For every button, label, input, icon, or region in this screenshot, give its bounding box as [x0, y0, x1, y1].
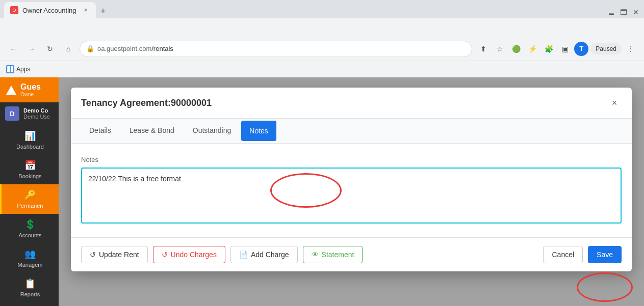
star-button[interactable]: ☆ [493, 42, 507, 56]
save-label: Save [597, 251, 613, 259]
sidebar-item-accounts[interactable]: 💲 Accounts [0, 214, 59, 243]
nav-bar: ← → ↻ ⌂ 🔒 oa.guestpoint.com/rentals ⬆ ☆ … [0, 37, 644, 61]
nav-extras: ⬆ ☆ 🟢 ⚡ 🧩 ▣ T Paused ⋮ [476, 42, 638, 56]
add-charge-label: Add Charge [251, 251, 289, 259]
dialog-body: Notes 22/10/22 This is a free format [71, 144, 632, 237]
extension-1-button[interactable]: 🟢 [509, 42, 523, 56]
sidebar-item-label: Managem [18, 262, 43, 268]
sidebar-item-label: Bookings [18, 173, 41, 179]
bookmarks-bar: Apps [0, 61, 644, 77]
address-bar[interactable]: 🔒 oa.guestpoint.com/rentals [80, 41, 472, 57]
logo-sub: Owne [20, 92, 41, 97]
add-charge-button[interactable]: 📄 Add Charge [230, 246, 298, 263]
refresh-button[interactable]: ↻ [43, 42, 57, 56]
apps-label: Apps [16, 66, 30, 73]
tab-favicon: O [10, 6, 18, 14]
notes-textarea[interactable]: 22/10/22 This is a free format [81, 168, 622, 224]
logo-triangle-icon [6, 86, 16, 95]
dialog-header: Tenancy Agreement:90000001 × [71, 88, 632, 119]
tab-notes[interactable]: Notes [241, 121, 276, 141]
close-window-button[interactable]: ✕ [632, 8, 640, 16]
reports-icon: 📋 [24, 278, 36, 289]
menu-button[interactable]: ⋮ [624, 42, 638, 56]
user-section: D Demo Co Demo Use [0, 102, 59, 125]
add-charge-icon: 📄 [239, 251, 248, 259]
undo-charges-icon: ↺ [162, 251, 168, 259]
browser-window: O Owner Accounting × + 🗕 🗖 ✕ ← → ↻ ⌂ 🔒 o… [0, 0, 644, 306]
minimize-button[interactable]: 🗕 [607, 8, 615, 16]
back-button[interactable]: ← [6, 42, 20, 56]
address-url: oa.guestpoint.com/rentals [97, 45, 173, 52]
logo-text: Gues [20, 82, 41, 92]
sidebar-item-reports[interactable]: 📋 Reports [0, 273, 59, 302]
cancel-button[interactable]: Cancel [543, 246, 583, 263]
extensions-button[interactable]: 🧩 [542, 42, 556, 56]
dashboard-icon: 📊 [24, 130, 36, 142]
permanent-icon: 🔑 [24, 189, 36, 201]
tab-title: Owner Accounting [22, 7, 76, 14]
statement-label: Statement [322, 251, 354, 259]
sidebar-item-label: Dashboard [16, 144, 44, 150]
sidebar-item-permanent[interactable]: 🔑 Permanen [0, 184, 59, 214]
new-tab-button[interactable]: + [96, 4, 110, 18]
reader-mode-button[interactable]: ▣ [558, 42, 572, 56]
profile-button[interactable]: T [574, 42, 588, 56]
dialog-close-button[interactable]: × [607, 96, 622, 110]
tab-close-button[interactable]: × [82, 6, 90, 14]
main-area: Gues Owne D Demo Co Demo Use 📊 Dashboard… [0, 77, 644, 306]
sidebar-item-label: Reports [20, 291, 40, 297]
tab-details[interactable]: Details [81, 120, 119, 142]
share-button[interactable]: ⬆ [476, 42, 491, 56]
save-button[interactable]: Save [588, 246, 622, 263]
sidebar-item-label: Accounts [18, 232, 41, 238]
tab-outstanding[interactable]: Outstanding [185, 120, 240, 142]
apps-icon [6, 65, 14, 73]
paused-label: Paused [596, 45, 616, 52]
accounts-icon: 💲 [24, 219, 36, 230]
forward-button[interactable]: → [24, 42, 39, 56]
sidebar-item-label: Permanen [17, 203, 43, 209]
dialog-tabs: Details Lease & Bond Outstanding Notes [71, 119, 632, 144]
dialog-title: Tenancy Agreement:90000001 [81, 98, 212, 108]
update-rent-label: Update Rent [99, 251, 139, 259]
paused-button[interactable]: Paused [590, 43, 622, 54]
home-button[interactable]: ⌂ [61, 42, 75, 56]
user-role: Demo Use [23, 114, 50, 120]
apps-bookmark[interactable]: Apps [6, 65, 30, 73]
undo-charges-label: Undo Charges [171, 251, 217, 259]
dialog-overlay: Tenancy Agreement:90000001 × Details Lea… [59, 77, 644, 306]
sidebar-item-bookings[interactable]: 📅 Bookings [0, 155, 59, 184]
notes-label: Notes [81, 156, 622, 163]
statement-button[interactable]: 👁 Statement [303, 246, 363, 263]
extension-2-button[interactable]: ⚡ [525, 42, 539, 56]
browser-tab[interactable]: O Owner Accounting × [4, 2, 96, 18]
sidebar-logo: Gues Owne [0, 77, 59, 102]
management-icon: 👥 [24, 248, 36, 260]
bookings-icon: 📅 [24, 160, 36, 171]
avatar: D [5, 106, 19, 121]
update-rent-button[interactable]: ↺ Update Rent [81, 246, 148, 263]
sidebar-item-management[interactable]: 👥 Managem [0, 243, 59, 273]
tab-lease-bond[interactable]: Lease & Bond [121, 120, 183, 142]
sidebar-item-help[interactable]: ❓ Help Cen [0, 302, 59, 306]
content-area: Tenancy Agreement:90000001 × Details Lea… [59, 77, 644, 306]
sidebar-item-dashboard[interactable]: 📊 Dashboard [0, 125, 59, 155]
user-info: Demo Co Demo Use [23, 107, 50, 120]
sidebar: Gues Owne D Demo Co Demo Use 📊 Dashboard… [0, 77, 59, 306]
statement-icon: 👁 [312, 251, 319, 259]
cancel-label: Cancel [552, 251, 574, 259]
user-name: Demo Co [23, 107, 50, 114]
update-rent-icon: ↺ [90, 251, 96, 259]
undo-charges-button[interactable]: ↺ Undo Charges [153, 246, 225, 263]
title-bar: O Owner Accounting × + 🗕 🗖 ✕ [0, 0, 644, 18]
maximize-button[interactable]: 🗖 [620, 8, 628, 16]
dialog-footer: ↺ Update Rent ↺ Undo Charges 📄 Add Charg… [71, 237, 632, 271]
tenancy-agreement-dialog: Tenancy Agreement:90000001 × Details Lea… [71, 88, 632, 271]
